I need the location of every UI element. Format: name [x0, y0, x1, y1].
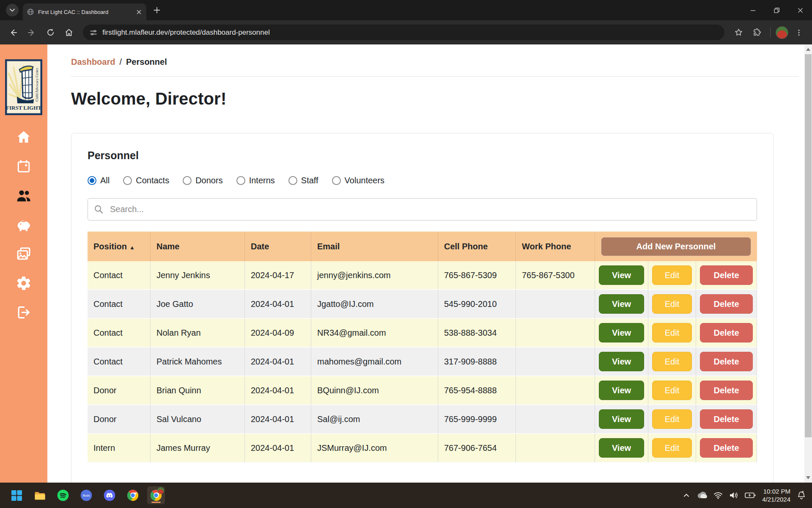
breadcrumb-separator: / [119, 57, 122, 66]
radio-staff[interactable] [288, 176, 297, 185]
home-icon [64, 28, 74, 37]
main-content: Dashboard/Personnel Welcome, Director! P… [47, 44, 804, 483]
file-explorer-button[interactable] [31, 486, 49, 504]
start-button[interactable] [8, 486, 25, 504]
bookmark-button[interactable] [730, 25, 746, 41]
battery-icon[interactable] [745, 492, 756, 499]
url-bar[interactable]: firstlight.mlafleur.dev/protected/dashbo… [83, 25, 724, 40]
column-header-email[interactable]: Email [311, 232, 438, 261]
delete-button[interactable]: Delete [700, 438, 753, 458]
edit-button[interactable]: Edit [652, 265, 692, 285]
sidebar-item-donations[interactable] [15, 216, 32, 233]
chevron-down-icon [9, 7, 15, 13]
delete-button[interactable]: Delete [700, 294, 753, 314]
column-header-name[interactable]: Name [151, 232, 245, 261]
sidebar-item-logout[interactable] [15, 304, 32, 321]
scroll-up-arrow[interactable] [806, 48, 810, 51]
folder-icon [34, 489, 46, 501]
cell-date: 2024-04-01 [245, 434, 311, 463]
filter-donors[interactable]: Donors [183, 176, 222, 185]
column-header-date[interactable]: Date [245, 232, 311, 261]
close-button[interactable] [788, 0, 812, 20]
view-button[interactable]: View [599, 294, 644, 314]
scrollbar-thumb[interactable] [805, 54, 812, 437]
cell-work-phone [516, 319, 595, 348]
browser-menu-button[interactable] [791, 25, 807, 41]
edit-button[interactable]: Edit [652, 381, 692, 400]
delete-button[interactable]: Delete [700, 352, 753, 371]
delete-button[interactable]: Delete [700, 381, 753, 400]
browser-tab[interactable]: First Light CAC :: Dashboard [23, 3, 146, 20]
view-button[interactable]: View [599, 323, 644, 342]
minimize-button[interactable] [741, 0, 765, 20]
minimize-icon [750, 7, 756, 14]
tab-search-button[interactable] [6, 4, 19, 17]
filter-all[interactable]: All [88, 176, 110, 185]
sort-asc-icon: ▲ [129, 244, 135, 251]
notification-bell-icon[interactable] [797, 491, 806, 500]
radio-interns[interactable] [236, 176, 245, 185]
search-input[interactable] [88, 198, 757, 221]
tray-chevron-icon[interactable] [683, 492, 690, 499]
discord-button[interactable] [101, 486, 118, 504]
taskbar-clock[interactable]: 10:02 PM 4/21/2024 [762, 487, 790, 504]
cell-cell-phone: 765-954-8888 [438, 376, 516, 405]
view-button[interactable]: View [599, 381, 644, 400]
back-button[interactable] [5, 25, 21, 41]
view-button[interactable]: View [599, 438, 644, 458]
view-button[interactable]: View [599, 409, 644, 429]
delete-button[interactable]: Delete [700, 409, 753, 429]
edit-button[interactable]: Edit [652, 438, 692, 458]
reload-button[interactable] [42, 25, 58, 41]
profile-avatar[interactable] [776, 26, 788, 39]
chrome-active-button[interactable] [147, 486, 165, 504]
edit-button[interactable]: Edit [652, 323, 692, 342]
radio-contacts[interactable] [123, 176, 132, 185]
sidebar-item-calendar[interactable] [15, 158, 32, 175]
sidebar-item-personnel[interactable] [15, 187, 32, 204]
delete-button[interactable]: Delete [700, 265, 753, 285]
filter-staff[interactable]: Staff [288, 176, 318, 185]
radio-all[interactable] [88, 176, 96, 185]
volume-icon[interactable] [729, 491, 738, 499]
filter-contacts[interactable]: Contacts [123, 176, 169, 185]
buds-button[interactable]: Buds [77, 486, 95, 504]
onedrive-icon[interactable] [696, 491, 707, 499]
window-controls [741, 0, 812, 20]
radio-donors[interactable] [183, 176, 192, 185]
extensions-button[interactable] [749, 25, 765, 41]
column-header-cell-phone[interactable]: Cell Phone [438, 232, 516, 261]
tab-close-icon[interactable] [136, 9, 142, 15]
spotify-icon [57, 489, 69, 501]
new-tab-button[interactable] [153, 6, 161, 16]
edit-button[interactable]: Edit [652, 352, 692, 371]
view-button[interactable]: View [599, 352, 644, 371]
filter-interns[interactable]: Interns [236, 176, 275, 185]
filter-volunteers[interactable]: Volunteers [332, 176, 385, 185]
personnel-table: Position▲ Name Date Email Cell Phone Wor… [88, 232, 757, 463]
column-header-position[interactable]: Position▲ [88, 232, 151, 261]
column-header-work-phone[interactable]: Work Phone [516, 232, 595, 261]
breadcrumb-divider [71, 76, 798, 77]
page-scrollbar[interactable] [804, 44, 812, 483]
search-icon [94, 204, 104, 214]
radio-volunteers[interactable] [332, 176, 341, 185]
edit-button[interactable]: Edit [652, 294, 692, 314]
chrome-button[interactable] [124, 486, 142, 504]
profile-badge [157, 487, 164, 494]
sidebar-item-settings[interactable] [15, 275, 32, 292]
forward-button[interactable] [24, 25, 40, 41]
site-info-icon[interactable] [90, 29, 97, 36]
restore-button[interactable] [765, 0, 788, 20]
spotify-button[interactable] [54, 486, 72, 504]
add-new-personnel-button[interactable]: Add New Personnel [601, 237, 751, 256]
scroll-down-arrow[interactable] [806, 476, 810, 479]
home-button[interactable] [61, 25, 77, 41]
sidebar-item-home[interactable] [15, 129, 32, 146]
sidebar-item-gallery[interactable] [15, 246, 32, 262]
edit-button[interactable]: Edit [652, 409, 692, 429]
breadcrumb-dashboard-link[interactable]: Dashboard [71, 57, 115, 66]
view-button[interactable]: View [599, 265, 644, 285]
wifi-icon[interactable] [713, 491, 723, 499]
delete-button[interactable]: Delete [700, 323, 753, 342]
